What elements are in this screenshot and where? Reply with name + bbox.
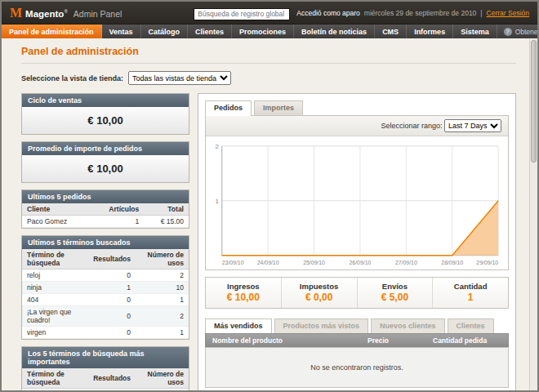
total-ingresos: Ingresos € 10,00 [206, 278, 281, 308]
card-title: Ultimos 5 términos buscados [22, 236, 189, 249]
total-value: € 5,00 [358, 292, 433, 303]
totals-bar: Ingresos € 10,00 Impuestos € 0,00 Envíos… [205, 277, 509, 309]
column-header: Término de búsqueda [22, 249, 88, 270]
table-row: Paco Gomez1€ 15.00 [22, 216, 189, 228]
total-cantidad: Cantidad 1 [432, 278, 508, 308]
vertical-scrollbar[interactable] [529, 39, 537, 390]
magento-logo: M Magento® Admin Panel [10, 7, 122, 20]
svg-text:2: 2 [215, 143, 218, 150]
tab-nuevos-clientes[interactable]: Nuevos clientes [371, 318, 445, 333]
current-date: miércoles 29 de septiembre de 2010 [364, 9, 477, 17]
table-row: virgen01 [22, 327, 189, 339]
table-cell: 1 [136, 327, 189, 339]
range-label: Seleccionar rango: [381, 122, 442, 130]
diagram-tabs: Pedidos Importes [205, 100, 509, 115]
column-header: Artículos [90, 203, 144, 216]
logout-link[interactable]: Cerrar Sesión [487, 9, 529, 17]
svg-text:25/09/10: 25/09/10 [303, 260, 325, 265]
average-orders-value: € 10,00 [22, 155, 189, 182]
total-envios: Envíos € 5,00 [357, 278, 433, 308]
total-label: Cantidad [433, 282, 508, 291]
page-title: Panel de administración [21, 46, 516, 57]
table-cell: 10 [136, 389, 189, 392]
nav-item-clientes[interactable]: Clientes [188, 24, 232, 38]
help-icon: ? [504, 28, 512, 36]
table-cell: ninja [22, 389, 88, 392]
table-cell: 1 [88, 389, 136, 392]
table-cell: 0 [88, 327, 136, 339]
range-select[interactable]: Last 7 Days [444, 119, 501, 132]
store-view-switcher: Seleccione la vista de tienda: Todas las… [21, 71, 516, 85]
table-cell: virgen [22, 327, 88, 339]
svg-text:27/09/10: 27/09/10 [395, 260, 417, 265]
table-cell: 1 [88, 282, 136, 294]
svg-text:1: 1 [215, 198, 218, 205]
store-view-label: Seleccione la vista de tienda: [21, 74, 123, 82]
global-search-input[interactable] [194, 8, 290, 20]
store-view-select[interactable]: Todas las vistas de tienda [128, 71, 231, 85]
products-grid-header: Nombre del producto Precio Cantidad pedi… [205, 333, 509, 347]
tab-productos-mas-vistos[interactable]: Productos más vistos [274, 318, 369, 333]
registered-mark: ® [64, 9, 67, 14]
nav-item-catalogo[interactable]: Catálogo [141, 24, 189, 38]
table-row: ninja110 [22, 389, 189, 392]
table-cell: 404 [22, 294, 88, 306]
nav-item-informes[interactable]: Informes [407, 24, 453, 38]
table-row: reloj02 [22, 270, 189, 282]
nav-item-sistema[interactable]: Sistema [453, 24, 497, 38]
lifetime-sales-value: € 10,00 [22, 107, 189, 134]
column-header: Término de búsqueda [22, 368, 88, 389]
main-navigation-bar: Panel de administración Ventas Catálogo … [2, 24, 537, 38]
title-divider [21, 63, 516, 64]
column-header: Número de usos [136, 368, 189, 389]
logged-in-user: Accedió como aparo [296, 9, 360, 17]
nav-item-ventas[interactable]: Ventas [102, 24, 141, 38]
column-header-qty: Cantidad pedida [426, 334, 508, 347]
total-value: 1 [433, 292, 508, 303]
table-cell: 2 [136, 270, 189, 282]
total-label: Impuestos [282, 282, 357, 291]
nav-item-promociones[interactable]: Promociones [232, 24, 294, 38]
last-search-terms-table: Término de búsqueda Resultados Número de… [22, 249, 189, 339]
card-title: Promedio de importe de pedidos [22, 142, 189, 155]
table-cell: 0 [88, 270, 136, 282]
total-label: Envíos [358, 282, 433, 291]
nav-list: Panel de administración Ventas Catálogo … [2, 24, 497, 38]
column-header: Total [144, 203, 189, 216]
tab-pedidos[interactable]: Pedidos [205, 100, 252, 116]
tab-mas-vendidos[interactable]: Más vendidos [205, 318, 272, 333]
separator: | [480, 9, 482, 17]
table-row: ¡La virgen que cuadro!02 [22, 306, 189, 327]
nav-item-boletin[interactable]: Boletín de noticias [294, 24, 375, 38]
brand-suffix: Admin Panel [74, 9, 122, 19]
total-label: Ingresos [206, 282, 281, 291]
dashboard-right-panel: Pedidos Importes Seleccionar rango: Last… [198, 93, 516, 392]
nav-item-cms[interactable]: CMS [375, 24, 407, 38]
column-header: Resultados [88, 249, 136, 270]
total-value: € 0,00 [282, 292, 357, 303]
tab-importes[interactable]: Importes [254, 100, 303, 115]
total-value: € 10,00 [206, 292, 281, 303]
card-title: Ultimos 5 pedidos [22, 190, 189, 203]
dashboard-left-column: Ciclo de ventas € 10,00 Promedio de impo… [21, 93, 189, 392]
session-info: Accedió como aparo miércoles 29 de septi… [296, 9, 529, 17]
product-tabs: Más vendidos Productos más vistos Nuevos… [205, 318, 509, 333]
global-search [194, 5, 290, 20]
products-grid-body: No se encontraron registros. [205, 347, 509, 388]
help-link[interactable]: ? Obtener ayuda para esta página [497, 24, 539, 38]
scrollbar-thumb[interactable] [531, 40, 537, 163]
empty-records-message: No se encontraron registros. [310, 363, 403, 372]
svg-text:24/09/10: 24/09/10 [257, 260, 279, 265]
last-orders-card: Ultimos 5 pedidos Cliente Artículos Tota… [21, 189, 189, 229]
column-header: Resultados [88, 368, 136, 389]
lifetime-sales-card: Ciclo de ventas € 10,00 [21, 93, 189, 135]
table-row: ninja110 [22, 282, 189, 294]
help-label: Obtener ayuda para esta página [515, 28, 539, 36]
table-cell: 1 [136, 294, 189, 306]
column-header: Cliente [22, 203, 90, 216]
tab-clientes[interactable]: Clientes [448, 318, 494, 333]
table-cell: Paco Gomez [22, 216, 90, 228]
table-cell: ninja [22, 282, 88, 294]
nav-item-dashboard[interactable]: Panel de administración [2, 24, 102, 38]
average-orders-card: Promedio de importe de pedidos € 10,00 [21, 141, 189, 183]
